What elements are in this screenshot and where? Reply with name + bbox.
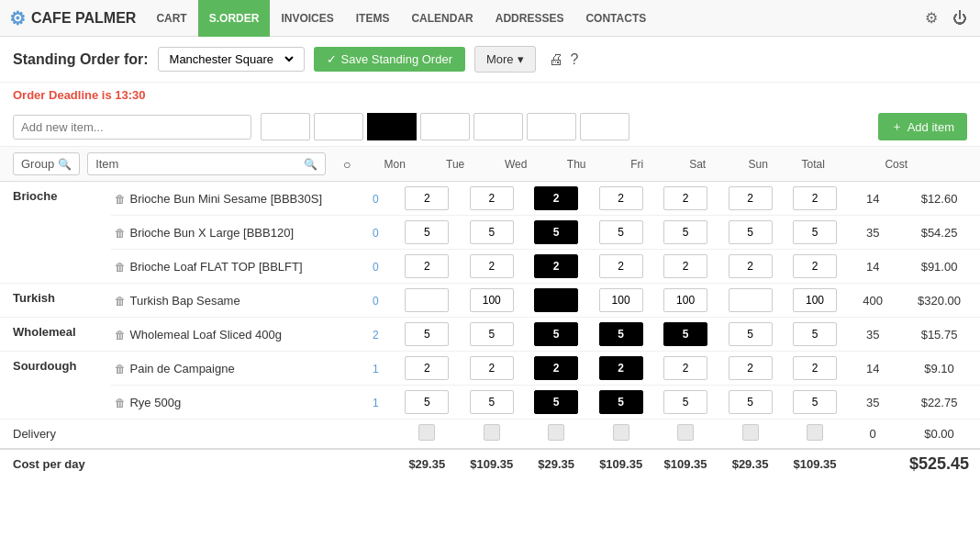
wed-input[interactable] (534, 254, 578, 278)
sun-input[interactable] (793, 322, 837, 346)
add-item-button[interactable]: ＋ Add item (878, 113, 967, 140)
fri-input[interactable] (663, 356, 707, 380)
tue-input[interactable] (470, 356, 514, 380)
thu-input[interactable] (599, 254, 643, 278)
trash-icon[interactable]: 🗑 (115, 363, 126, 375)
sat-input[interactable] (729, 288, 773, 312)
save-button[interactable]: ✓ Save Standing Order (314, 47, 465, 72)
mon-input[interactable] (405, 220, 449, 244)
sun-input[interactable] (793, 390, 837, 414)
thu-input[interactable] (599, 356, 643, 380)
sat-input[interactable] (729, 356, 773, 380)
add-mon-input[interactable] (261, 113, 310, 140)
order-qty[interactable]: 1 (373, 363, 379, 375)
order-qty[interactable]: 1 (373, 397, 379, 409)
nav-sorder[interactable]: S.ORDER (198, 0, 271, 37)
nav-icons: ⚙ ⏻ (921, 6, 971, 30)
trash-icon[interactable]: 🗑 (115, 295, 126, 308)
thu-input[interactable] (599, 390, 643, 414)
delivery-sun-check[interactable] (807, 424, 823, 441)
tue-input[interactable] (470, 186, 514, 210)
row-cost: $12.60 (898, 182, 980, 216)
settings-icon[interactable]: ⚙ (921, 6, 941, 30)
trash-icon[interactable]: 🗑 (115, 193, 126, 206)
store-selector[interactable]: Manchester Square (158, 47, 305, 72)
wed-input[interactable] (534, 356, 578, 380)
nav-calendar[interactable]: CALENDAR (400, 0, 484, 37)
wed-input[interactable] (534, 220, 578, 244)
delivery-mon-check[interactable] (418, 424, 435, 441)
tue-input[interactable] (470, 254, 514, 278)
wed-input[interactable] (534, 322, 578, 346)
nav-items[interactable]: ITEMS (345, 0, 401, 37)
order-qty[interactable]: 0 (373, 193, 379, 206)
nav-cart[interactable]: CART (145, 0, 197, 37)
item-filter[interactable]: Item 🔍 (87, 152, 326, 175)
sun-input[interactable] (793, 254, 837, 278)
fri-input[interactable] (663, 220, 707, 244)
sat-input[interactable] (729, 390, 773, 414)
order-qty[interactable]: 0 (373, 295, 379, 308)
thu-input[interactable] (599, 322, 643, 346)
sat-input[interactable] (729, 322, 773, 346)
delivery-fri-check[interactable] (677, 424, 694, 441)
add-item-input[interactable] (13, 115, 251, 140)
mon-input[interactable] (405, 254, 449, 278)
fri-input[interactable] (663, 254, 707, 278)
tue-input[interactable] (470, 322, 514, 346)
more-button[interactable]: More ▾ (474, 46, 536, 73)
sun-input[interactable] (793, 220, 837, 244)
order-qty[interactable]: 2 (373, 329, 379, 342)
tue-input[interactable] (470, 390, 514, 414)
fri-input[interactable] (663, 322, 707, 346)
add-fri-input[interactable] (473, 113, 523, 140)
sun-input[interactable] (793, 288, 837, 312)
trash-icon[interactable]: 🗑 (115, 227, 126, 240)
print-icon[interactable]: 🖨 (549, 51, 563, 68)
store-dropdown[interactable]: Manchester Square (166, 51, 296, 67)
nav-addresses[interactable]: ADDRESSES (484, 0, 575, 37)
add-sat-input[interactable] (527, 113, 576, 140)
mon-input[interactable] (405, 356, 449, 380)
delivery-sat-check[interactable] (742, 424, 759, 441)
thu-input[interactable] (599, 288, 643, 312)
trash-icon[interactable]: 🗑 (115, 329, 126, 342)
mon-input[interactable] (405, 322, 449, 346)
tue-input[interactable] (470, 220, 514, 244)
sun-input[interactable] (793, 186, 837, 210)
trash-icon[interactable]: 🗑 (115, 397, 126, 409)
sat-input[interactable] (729, 254, 773, 278)
fri-input[interactable] (663, 288, 707, 312)
nav-contacts[interactable]: CONTACTS (574, 0, 657, 37)
thu-input[interactable] (599, 186, 643, 210)
power-icon[interactable]: ⏻ (949, 6, 971, 30)
wed-input[interactable] (534, 390, 578, 414)
mon-input[interactable] (405, 288, 449, 312)
sat-input[interactable] (729, 220, 773, 244)
group-filter[interactable]: Group 🔍 (13, 152, 80, 175)
table-row: Wholemeal 🗑Wholemeal Loaf Sliced 400g 2 … (0, 318, 980, 352)
fri-input[interactable] (663, 186, 707, 210)
sat-input[interactable] (729, 186, 773, 210)
order-qty[interactable]: 0 (373, 227, 379, 240)
fri-input[interactable] (663, 390, 707, 414)
wed-input[interactable] (534, 186, 578, 210)
help-icon[interactable]: ? (571, 51, 579, 68)
wed-input[interactable] (534, 288, 578, 312)
mon-input[interactable] (405, 186, 449, 210)
nav-invoices[interactable]: INVOICES (270, 0, 344, 37)
delivery-tue-check[interactable] (484, 424, 500, 441)
sun-input[interactable] (793, 356, 837, 380)
thu-input[interactable] (599, 220, 643, 244)
mon-input[interactable] (405, 390, 449, 414)
trash-icon[interactable]: 🗑 (115, 261, 126, 274)
delivery-thu-check[interactable] (613, 424, 629, 441)
add-tue-input[interactable] (314, 113, 363, 140)
order-qty[interactable]: 0 (373, 261, 379, 274)
tue-input[interactable] (470, 288, 514, 312)
table-row: 🗑Brioche Bun X Large [BBB120] 0 35 $54.2… (0, 216, 980, 250)
add-thu-input[interactable] (420, 113, 470, 140)
delivery-wed-check[interactable] (548, 424, 564, 441)
brand-logo[interactable]: ⚙ CAFE PALMER (9, 7, 136, 29)
add-sun-input[interactable] (580, 113, 629, 140)
